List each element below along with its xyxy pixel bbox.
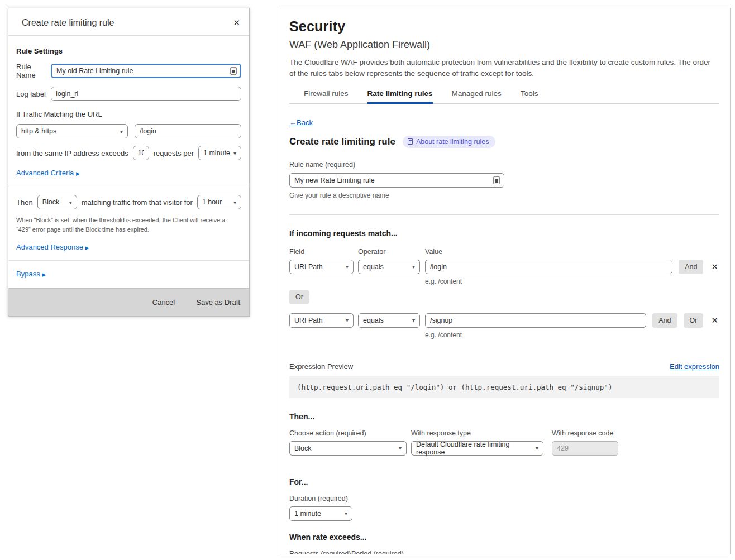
or-button[interactable]: Or bbox=[289, 290, 309, 304]
form-title: Create rate limiting rule bbox=[289, 136, 395, 147]
action-select[interactable]: Block ▾ bbox=[289, 441, 407, 456]
or-button[interactable]: Or bbox=[684, 313, 704, 328]
edit-expression-link[interactable]: Edit expression bbox=[670, 362, 719, 371]
remove-condition-icon[interactable]: ✕ bbox=[710, 313, 719, 328]
response-type-select[interactable]: Default Cloudflare rate limiting respons… bbox=[411, 441, 543, 456]
field-select[interactable]: URI Path ▾ bbox=[289, 260, 354, 274]
duration-select[interactable]: 1 minute ▾ bbox=[289, 506, 352, 521]
for-heading: For... bbox=[289, 477, 719, 486]
requests-label: Requests (required) bbox=[289, 550, 351, 555]
divider bbox=[8, 260, 249, 261]
arrow-left-icon: ← bbox=[289, 118, 297, 127]
modal-header: Create rate limiting rule ✕ bbox=[8, 8, 249, 36]
condition-row: URI Path ▾ equals ▾ e.g. /content And Or… bbox=[289, 313, 719, 339]
page-subtitle: WAF (Web Application Firewall) bbox=[289, 39, 719, 51]
rate-heading: When rate exceeds... bbox=[289, 533, 719, 542]
field-label: Field bbox=[289, 248, 358, 256]
legacy-rate-limit-modal: Create rate limiting rule ✕ Rule Setting… bbox=[8, 8, 250, 317]
operator-select[interactable]: equals ▾ bbox=[358, 260, 420, 274]
security-waf-panel: Security WAF (Web Application Firewall) … bbox=[280, 8, 731, 554]
chevron-down-icon: ▾ bbox=[233, 150, 236, 156]
block-note: When “Block” is set, when the threshold … bbox=[16, 216, 241, 234]
advanced-response-link[interactable]: Advanced Response ▶ bbox=[16, 243, 241, 251]
response-code-label: With response code bbox=[552, 429, 613, 437]
close-icon[interactable]: ✕ bbox=[232, 18, 241, 28]
remove-condition-icon[interactable]: ✕ bbox=[710, 260, 719, 274]
divider bbox=[289, 214, 719, 215]
block-duration-select[interactable]: 1 hour ▾ bbox=[197, 195, 241, 209]
period-label: Period (required) bbox=[351, 550, 404, 555]
expression-preview-code: (http.request.uri.path eq "/login") or (… bbox=[289, 376, 719, 398]
threshold-input[interactable] bbox=[133, 146, 149, 160]
response-type-label: With response type bbox=[411, 429, 552, 437]
condition-row: URI Path ▾ equals ▾ e.g. /content And ✕ bbox=[289, 260, 719, 285]
about-rate-limiting-badge[interactable]: About rate limiting rules bbox=[403, 136, 495, 148]
and-button[interactable]: And bbox=[652, 313, 677, 328]
modal-footer: Cancel Save as Draft bbox=[8, 288, 249, 316]
password-manager-icon[interactable] bbox=[493, 176, 500, 184]
expression-preview-label: Expression Preview bbox=[289, 362, 353, 371]
then-middle-label: matching traffic from that visitor for bbox=[82, 198, 193, 207]
choose-action-label: Choose action (required) bbox=[289, 429, 411, 437]
traffic-matching-label: If Traffic Matching the URL bbox=[16, 110, 241, 118]
cancel-button[interactable]: Cancel bbox=[152, 298, 175, 307]
duration-label: Duration (required) bbox=[289, 495, 719, 502]
triangle-right-icon: ▶ bbox=[85, 245, 89, 251]
chevron-down-icon: ▾ bbox=[345, 510, 347, 516]
value-input[interactable] bbox=[425, 260, 672, 274]
threshold-prefix-label: from the same IP address exceeds bbox=[16, 149, 128, 157]
period-select[interactable]: 1 minute ▾ bbox=[198, 146, 241, 160]
log-label-label: Log label bbox=[16, 90, 51, 98]
rule-name-input[interactable] bbox=[289, 173, 504, 188]
divider bbox=[8, 186, 249, 186]
tab-tools[interactable]: Tools bbox=[521, 89, 538, 103]
bypass-link[interactable]: Bypass ▶ bbox=[16, 270, 241, 278]
operator-select[interactable]: equals ▾ bbox=[358, 313, 420, 328]
waf-tabs: Firewall rules Rate limiting rules Manag… bbox=[289, 89, 719, 104]
rule-settings-heading: Rule Settings bbox=[16, 47, 241, 55]
tab-managed-rules[interactable]: Managed rules bbox=[452, 89, 502, 103]
rule-name-hint: Give your rule a descriptive name bbox=[289, 192, 719, 199]
chevron-down-icon: ▾ bbox=[69, 199, 72, 205]
value-label: Value bbox=[425, 248, 442, 256]
chevron-down-icon: ▾ bbox=[346, 317, 349, 323]
action-select[interactable]: Block ▾ bbox=[37, 195, 77, 209]
operator-label: Operator bbox=[358, 248, 425, 256]
url-input[interactable] bbox=[135, 124, 241, 138]
page-title: Security bbox=[289, 18, 719, 35]
triangle-right-icon: ▶ bbox=[42, 272, 46, 277]
chevron-down-icon: ▾ bbox=[412, 317, 415, 323]
rule-name-input[interactable] bbox=[51, 64, 241, 78]
password-manager-icon[interactable] bbox=[230, 67, 237, 75]
match-heading: If incoming requests match... bbox=[289, 229, 719, 238]
modal-title: Create rate limiting rule bbox=[22, 18, 114, 28]
chevron-down-icon: ▾ bbox=[399, 445, 402, 451]
value-hint: e.g. /content bbox=[425, 331, 646, 339]
log-label-input[interactable] bbox=[51, 87, 241, 101]
chevron-down-icon: ▾ bbox=[120, 128, 123, 135]
triangle-right-icon: ▶ bbox=[76, 171, 80, 176]
back-link[interactable]: ←Back bbox=[289, 118, 313, 127]
log-label-row: Log label bbox=[16, 87, 241, 101]
rule-name-row: Rule Name bbox=[16, 63, 241, 79]
save-as-draft-button[interactable]: Save as Draft bbox=[196, 298, 240, 307]
chevron-down-icon: ▾ bbox=[412, 264, 415, 270]
advanced-criteria-link[interactable]: Advanced Criteria ▶ bbox=[16, 169, 241, 177]
threshold-suffix-label: requests per bbox=[154, 149, 194, 157]
page-description: The Cloudflare WAF provides both automat… bbox=[289, 57, 718, 80]
chevron-down-icon: ▾ bbox=[233, 199, 236, 205]
tab-firewall-rules[interactable]: Firewall rules bbox=[304, 89, 349, 103]
and-button[interactable]: And bbox=[679, 260, 703, 274]
rule-name-label: Rule Name bbox=[16, 63, 51, 79]
then-label: Then bbox=[16, 198, 33, 207]
then-heading: Then... bbox=[289, 412, 719, 421]
response-code-input bbox=[552, 441, 618, 456]
tab-rate-limiting-rules[interactable]: Rate limiting rules bbox=[367, 89, 433, 104]
document-icon bbox=[408, 138, 413, 145]
rule-name-label: Rule name (required) bbox=[289, 161, 719, 169]
field-select[interactable]: URI Path ▾ bbox=[289, 313, 354, 328]
chevron-down-icon: ▾ bbox=[346, 264, 349, 270]
chevron-down-icon: ▾ bbox=[536, 445, 538, 451]
value-input[interactable] bbox=[425, 313, 646, 328]
scheme-select[interactable]: http & https ▾ bbox=[16, 124, 128, 138]
